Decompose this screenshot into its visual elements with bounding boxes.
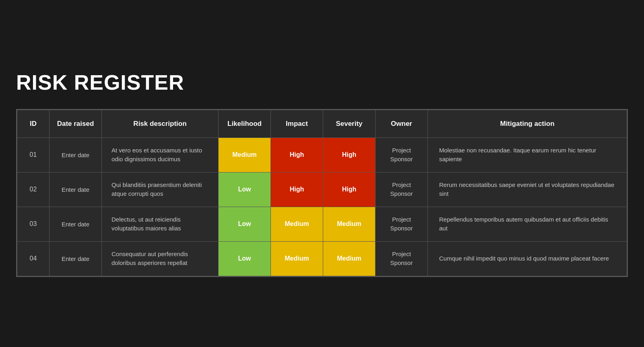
cell-owner-2: Project Sponsor	[376, 207, 428, 241]
table-header-row: ID Date raised Risk description Likeliho…	[17, 110, 627, 138]
header-owner: Owner	[376, 110, 428, 138]
cell-mitigating-1: Rerum necessitatibus saepe eveniet ut et…	[428, 172, 627, 207]
table-row: 02 Enter date Qui blanditiis praesentium…	[17, 172, 627, 207]
cell-mitigating-3: Cumque nihil impedit quo minus id quod m…	[428, 241, 627, 276]
header-impact: Impact	[271, 110, 323, 138]
cell-owner-1: Project Sponsor	[376, 172, 428, 207]
cell-impact-2: Medium	[271, 207, 323, 241]
cell-description-2: Delectus, ut aut reiciendis voluptatibus…	[102, 207, 219, 241]
cell-owner-3: Project Sponsor	[376, 241, 428, 276]
cell-severity-3: Medium	[323, 241, 376, 276]
header-date-raised: Date raised	[50, 110, 102, 138]
cell-likelihood-0: Medium	[219, 138, 271, 172]
cell-likelihood-2: Low	[219, 207, 271, 241]
cell-id-2: 03	[17, 207, 50, 241]
risk-register-table: ID Date raised Risk description Likeliho…	[17, 110, 627, 276]
cell-description-0: At vero eos et accusamus et iusto odio d…	[102, 138, 219, 172]
cell-date-2: Enter date	[50, 207, 102, 241]
header-risk-description: Risk description	[102, 110, 219, 138]
header-id: ID	[17, 110, 50, 138]
cell-likelihood-3: Low	[219, 241, 271, 276]
header-severity: Severity	[323, 110, 376, 138]
page-title: RISK REGISTER	[16, 70, 628, 94]
risk-register-table-wrapper: ID Date raised Risk description Likeliho…	[16, 109, 628, 277]
cell-impact-1: High	[271, 172, 323, 207]
cell-impact-0: High	[271, 138, 323, 172]
cell-mitigating-2: Repellendus temporibus autem quibusdam e…	[428, 207, 627, 241]
table-row: 01 Enter date At vero eos et accusamus e…	[17, 138, 627, 172]
cell-severity-1: High	[323, 172, 376, 207]
table-row: 04 Enter date Consequatur aut perferendi…	[17, 241, 627, 276]
cell-date-1: Enter date	[50, 172, 102, 207]
cell-date-3: Enter date	[50, 241, 102, 276]
cell-id-1: 02	[17, 172, 50, 207]
cell-id-3: 04	[17, 241, 50, 276]
cell-date-0: Enter date	[50, 138, 102, 172]
cell-description-3: Consequatur aut perferendis doloribus as…	[102, 241, 219, 276]
cell-mitigating-0: Molestiae non recusandae. Itaque earum r…	[428, 138, 627, 172]
header-mitigating-action: Mitigating action	[428, 110, 627, 138]
cell-severity-2: Medium	[323, 207, 376, 241]
cell-description-1: Qui blanditiis praesentium deleniti atqu…	[102, 172, 219, 207]
page-container: RISK REGISTER ID Date raised Risk descri…	[16, 70, 628, 277]
cell-impact-3: Medium	[271, 241, 323, 276]
cell-severity-0: High	[323, 138, 376, 172]
cell-likelihood-1: Low	[219, 172, 271, 207]
cell-owner-0: Project Sponsor	[376, 138, 428, 172]
cell-id-0: 01	[17, 138, 50, 172]
table-row: 03 Enter date Delectus, ut aut reiciendi…	[17, 207, 627, 241]
header-likelihood: Likelihood	[219, 110, 271, 138]
